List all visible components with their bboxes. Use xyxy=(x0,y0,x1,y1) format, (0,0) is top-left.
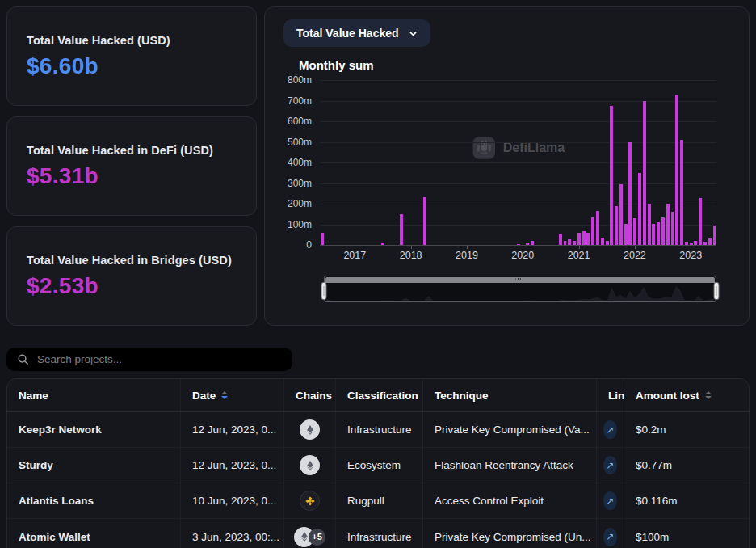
sort-icon[interactable] xyxy=(705,391,712,399)
chart-plot-area[interactable]: DefiLlama xyxy=(320,80,716,245)
column-header-classification: Classification ? xyxy=(336,379,423,411)
chart-bar[interactable] xyxy=(596,211,599,245)
hack-link: ↗ xyxy=(597,519,624,548)
chart-title: Monthly sum xyxy=(299,58,736,72)
hack-name: Atlantis Loans xyxy=(7,483,181,518)
chart-bar[interactable] xyxy=(606,241,609,245)
hack-classification: Infrastructure xyxy=(336,412,423,447)
chart-bar[interactable] xyxy=(582,231,586,245)
arrow-up-right-icon: ↗ xyxy=(606,424,614,436)
chart-bar[interactable] xyxy=(381,243,384,245)
chart-bar[interactable] xyxy=(671,212,674,245)
search-input[interactable] xyxy=(37,353,282,365)
bar-chart: 800m700m600m500m400m300m200m100m0 DefiLl… xyxy=(278,80,716,245)
column-header-chains: Chains xyxy=(284,379,336,411)
metric-dropdown[interactable]: Total Value Hacked xyxy=(284,19,430,47)
search-icon xyxy=(17,353,29,365)
search-input-wrapper[interactable] xyxy=(6,348,292,371)
chart-bar[interactable] xyxy=(699,198,702,245)
chart-bar[interactable] xyxy=(573,241,576,245)
chart-bar[interactable] xyxy=(648,204,651,245)
hack-classification: Ecosystem xyxy=(336,448,423,483)
chart-bar[interactable] xyxy=(685,242,688,245)
hack-technique: Access Control Exploit xyxy=(423,483,597,518)
hack-date: 3 Jun, 2023, 00:... xyxy=(181,519,284,548)
chart-bar[interactable] xyxy=(666,204,670,245)
chart-bar[interactable] xyxy=(531,241,534,245)
chart-bar[interactable] xyxy=(591,217,594,245)
more-chains-badge[interactable]: +5 xyxy=(309,529,326,546)
hack-amount-lost: $0.77m xyxy=(624,448,749,483)
chart-bar[interactable] xyxy=(400,214,403,245)
chart-bar[interactable] xyxy=(624,224,628,245)
chart-bar[interactable] xyxy=(517,244,520,245)
chart-bar[interactable] xyxy=(713,226,716,245)
chart-bar[interactable] xyxy=(628,142,632,245)
chart-bar[interactable] xyxy=(675,95,678,245)
chevron-down-icon xyxy=(409,29,418,38)
ethereum-icon[interactable] xyxy=(300,419,320,440)
chart-bar[interactable] xyxy=(610,106,613,245)
table-row: Atlantis Loans 10 Jun, 2023, 0... Rugpul… xyxy=(7,483,749,519)
y-tick-label: 0 xyxy=(306,239,312,251)
column-header-date[interactable]: Date xyxy=(181,379,284,411)
hack-link: ↗ xyxy=(597,448,624,483)
external-link-button[interactable]: ↗ xyxy=(603,456,617,474)
brush-grip-icon[interactable] xyxy=(516,278,525,280)
y-tick-label: 400m xyxy=(288,157,312,168)
chart-bar[interactable] xyxy=(578,233,581,245)
x-tick-label: 2023 xyxy=(679,250,702,261)
ethereum-icon[interactable] xyxy=(300,455,320,475)
stat-card-defi-hacked: Total Value Hacked in DeFi (USD) $5.31b xyxy=(6,116,257,216)
chart-bar[interactable] xyxy=(694,241,697,245)
hack-technique: Private Key Compromised (Va... xyxy=(423,412,597,447)
hacks-table: Name Date Chains Classification ? Techni… xyxy=(6,378,750,548)
chart-bar[interactable] xyxy=(643,101,646,245)
chart-bar[interactable] xyxy=(586,233,590,245)
chart-panel: Total Value Hacked Monthly sum 800m700m6… xyxy=(264,6,750,326)
chart-bar[interactable] xyxy=(652,224,655,245)
hack-technique: Private Key Compromised (Un... xyxy=(423,519,597,548)
chart-bar[interactable] xyxy=(615,206,618,245)
chart-bar[interactable] xyxy=(662,217,665,245)
chart-bar[interactable] xyxy=(559,234,562,245)
chart-bar[interactable] xyxy=(568,239,571,245)
chart-bar[interactable] xyxy=(680,140,683,245)
brush-handle-left[interactable] xyxy=(321,282,327,300)
x-tick-label: 2021 xyxy=(568,250,590,261)
hack-date: 12 Jun, 2023, 0... xyxy=(181,412,284,447)
stat-value: $5.31b xyxy=(27,163,237,189)
chart-bar[interactable] xyxy=(321,233,324,245)
chart-bar[interactable] xyxy=(704,242,707,245)
external-link-button[interactable]: ↗ xyxy=(603,420,617,439)
external-link-button[interactable]: ↗ xyxy=(603,528,617,546)
hack-name: Keep3r Network xyxy=(7,412,181,447)
hack-chains: +5 xyxy=(284,519,336,548)
chart-bar[interactable] xyxy=(690,243,693,245)
search-row xyxy=(0,348,756,371)
brush-handle-right[interactable] xyxy=(714,282,720,300)
column-header-name: Name xyxy=(7,379,181,411)
chart-bar[interactable] xyxy=(633,218,636,245)
external-link-button[interactable]: ↗ xyxy=(603,491,617,510)
x-tick-label: 2020 xyxy=(511,250,534,261)
chart-bar[interactable] xyxy=(564,241,567,245)
hack-technique: Flashloan Reentrancy Attack xyxy=(423,448,597,483)
binance-chain-icon[interactable] xyxy=(300,491,320,511)
hack-name: Atomic Wallet xyxy=(7,519,181,548)
chart-bar[interactable] xyxy=(423,197,426,245)
chart-bar[interactable] xyxy=(526,243,529,245)
time-range-brush[interactable] xyxy=(324,276,716,302)
table-row: Sturdy 12 Jun, 2023, 0... Ecosystem Flas… xyxy=(7,448,749,483)
chart-bar[interactable] xyxy=(657,222,660,245)
column-header-amount-lost[interactable]: Amount lost xyxy=(624,379,749,411)
arrow-up-right-icon: ↗ xyxy=(606,495,614,507)
chart-bar[interactable] xyxy=(708,238,712,245)
x-tick-label: 2018 xyxy=(400,250,422,261)
brush-track[interactable] xyxy=(324,276,716,302)
chart-bar[interactable] xyxy=(620,184,623,245)
sort-icon[interactable] xyxy=(221,391,228,399)
chart-bar[interactable] xyxy=(601,238,604,245)
chart-bar[interactable] xyxy=(638,173,641,246)
stat-card-bridges-hacked: Total Value Hacked in Bridges (USD) $2.5… xyxy=(6,226,257,326)
